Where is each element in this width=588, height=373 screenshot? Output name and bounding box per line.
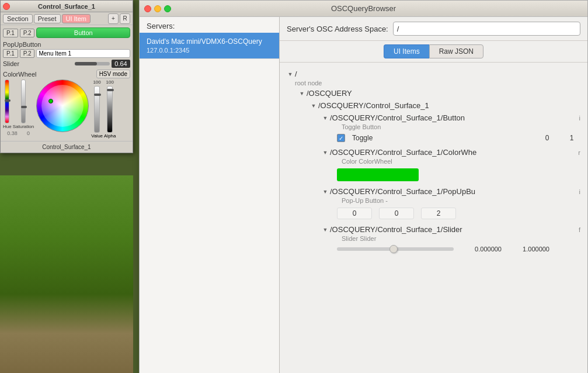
tree-row-colorwheel[interactable]: ▼ /OSCQUERY/Control_Surface_1/ColorWhe r [315,147,587,158]
p1-button[interactable]: P.1 [3,29,18,37]
colorwheel-path: /OSCQUERY/Control_Surface_1/ColorWhe [330,148,573,157]
toggle-label: Toggle [352,134,531,142]
control-body: P.1 P.2 Button PopUpButton P.1 P.2 Menu … [1,25,133,141]
p2-button[interactable]: P.2 [20,29,35,37]
popup-button-label: PopUpButton [3,40,130,49]
window-title: Control_Surface_1 [38,3,95,10]
slider-row: Slider 0.64 [3,60,130,68]
chevron-down-icon: ▼ [322,188,329,195]
tree-row-button[interactable]: ▼ /OSCQUERY/Control_Surface_1/Button i [315,112,587,123]
popup-row: P.1 P.2 Menu Item 1 [3,49,130,58]
button-tag: i [579,115,580,122]
popup-p2-button[interactable]: P.2 [20,49,35,58]
toggle-val1: 0 [538,134,556,142]
control-titlebar: Control_Surface_1 [1,1,133,12]
tree-node-slider: ▼ /OSCQUERY/Control_Surface_1/Slider f S… [315,223,587,256]
saturation-slider[interactable] [21,80,26,123]
chevron-down-icon: ▼ [322,226,329,233]
chevron-down-icon: ▼ [298,90,305,97]
servers-header: Servers: [140,17,279,33]
tree-row-slider[interactable]: ▼ /OSCQUERY/Control_Surface_1/Slider f [315,224,587,235]
landscape-background [0,175,133,373]
slider-val2: 1.000000 [509,246,549,253]
wheel-inner [41,85,83,127]
tree-node-popup: ▼ /OSCQUERY/Control_Surface_1/PopUpBu i … [315,185,587,223]
tree-node-root: ▼ / root node ▼ /OSCQUERY [280,67,587,260]
cs1-path: /OSCQUERY/Control_Surface_1 [318,101,580,110]
tree-row-popup[interactable]: ▼ /OSCQUERY/Control_Surface_1/PopUpBu i [315,186,587,197]
slider-fill [75,62,97,65]
add-icon[interactable]: + [108,13,119,24]
tree-row-root[interactable]: ▼ / [280,68,587,80]
minimize-button[interactable] [154,5,161,12]
section-button[interactable]: Section [3,14,33,23]
popup-v1: 0 [337,208,372,219]
popup-tag: i [579,188,580,195]
footer-label: Control_Surface_1 [42,144,91,150]
val-038: 0.38 [7,130,18,136]
oscquery-title: OSCQueryBrowser [331,4,396,13]
button-path: /OSCQUERY/Control_Surface_1/Button [330,113,575,122]
address-label: Server's OSC Address Space: [287,25,388,33]
toggle-item-row: ✓ Toggle 0 1 [315,132,587,144]
hue-label: Hue [3,124,12,129]
ui-item-button[interactable]: UI Item [62,14,91,23]
hue-slider[interactable] [5,80,9,123]
control-footer: Control_Surface_1 [1,141,133,153]
root-path: / [295,70,580,78]
server-address: 127.0.0.1:2345 [147,47,272,54]
alpha-label: Alpha [104,133,116,139]
tree-node-oscquery: ▼ /OSCQUERY ▼ /OSCQUERY/Control_Surface_… [291,87,587,258]
colorwheel-canvas[interactable] [36,80,89,132]
osc-tree: ▼ / root node ▼ /OSCQUERY [280,63,587,373]
tree-row-oscquery[interactable]: ▼ /OSCQUERY [291,88,587,99]
popup-tree-desc: Pop-Up Button - [315,197,587,205]
preset-button[interactable]: Preset [34,14,61,23]
slider-label: Slider [3,60,73,67]
main-button[interactable]: Button [36,27,130,38]
toggle-val2: 1 [563,134,580,142]
chevron-down-icon: ▼ [287,71,294,78]
hsv-mode-button[interactable]: HSV mode [96,70,130,78]
chevron-down-icon: ▼ [322,115,329,122]
close-button[interactable] [144,5,151,12]
val-0-2: 0 [27,130,30,136]
slider-path: /OSCQUERY/Control_Surface_1/Slider [330,225,574,234]
slider-val1: 0.000000 [461,246,502,253]
slider-tag: f [579,226,580,233]
alpha-slider[interactable] [107,86,113,133]
slider-track[interactable] [75,62,110,65]
popup-p1-button[interactable]: P.1 [3,49,18,58]
maximize-button[interactable] [164,5,171,12]
oscquery-path: /OSCQUERY [307,89,580,98]
popup-v3: 2 [421,208,456,219]
oscquery-children: ▼ /OSCQUERY/Control_Surface_1 ▼ [291,99,587,257]
slider-tree-desc: Slider Slider [315,235,587,243]
address-input[interactable] [393,22,580,36]
address-bar-row: Server's OSC Address Space: [280,17,587,41]
tree-node-cs1: ▼ /OSCQUERY/Control_Surface_1 ▼ [303,99,587,257]
button-row: P.1 P.2 Button [3,27,130,38]
toggle-checkbox[interactable]: ✓ [337,134,345,142]
menu-item-select[interactable]: Menu Item 1 [36,49,130,58]
colorwheel-label: ColorWheel [3,71,36,78]
tree-node-colorwheel: ▼ /OSCQUERY/Control_Surface_1/ColorWhe r… [315,146,587,185]
slider-item-track[interactable] [337,247,454,251]
colorwheel-tag: r [578,149,580,156]
tree-row-cs1[interactable]: ▼ /OSCQUERY/Control_Surface_1 [303,100,587,111]
control-surface-window: Control_Surface_1 Section Preset UI Item… [0,0,133,153]
remove-icon[interactable]: R [120,13,130,24]
slider-item-thumb [389,245,398,253]
colorwheel-tree-desc: Color ColorWheel [315,158,587,166]
popup-path: /OSCQUERY/Control_Surface_1/PopUpBu [330,187,575,196]
popup-v2: 0 [379,208,414,219]
value-slider[interactable] [94,86,100,133]
cs1-children: ▼ /OSCQUERY/Control_Surface_1/Button i T… [303,111,587,256]
tab-ui-items[interactable]: UI Items [384,44,429,58]
close-icon[interactable] [3,3,10,10]
server-item[interactable]: David's Mac mini/VDMX6-OSCQuery 127.0.0.… [140,33,279,59]
control-toolbar: Section Preset UI Item + R [1,12,133,25]
tab-raw-json[interactable]: Raw JSON [429,44,483,58]
chevron-down-icon: ▼ [310,102,317,109]
oscquery-titlebar: OSCQueryBrowser [140,1,587,17]
